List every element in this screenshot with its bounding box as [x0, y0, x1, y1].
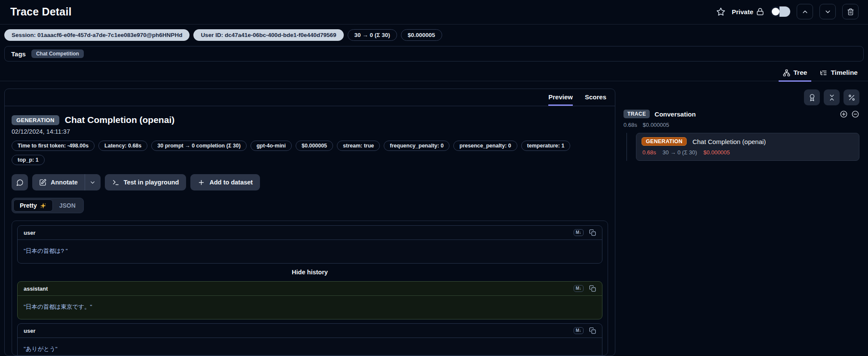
next-trace-button[interactable] — [819, 4, 836, 19]
terminal-icon — [112, 179, 119, 186]
sparkles-icon — [40, 203, 46, 209]
message-content: "日本の首都は東京です。" — [18, 296, 602, 319]
message-card-user-1: user M↓ "日本の首都は? " — [17, 225, 602, 264]
tag-chip[interactable]: Chat Competition — [31, 49, 84, 58]
token-usage-badge: 30 → 0 (Σ 30) — [348, 29, 397, 41]
annotate-button[interactable]: Annotate — [32, 174, 101, 190]
copy-icon[interactable] — [589, 327, 596, 334]
expand-all-icon[interactable] — [840, 110, 848, 118]
topbar-actions: Private — [716, 4, 859, 19]
message-header: assistant M↓ — [18, 282, 602, 296]
award-icon — [808, 94, 816, 101]
metric-badge-frequency-penalty: frequency_penalty: 0 — [384, 141, 449, 151]
message-header: user M↓ — [18, 324, 602, 338]
message-card-user-2: user M↓ "ありがとう" — [17, 323, 602, 356]
message-card-assistant: assistant M↓ "日本の首都は東京です。" — [17, 281, 602, 319]
message-tools: M↓ — [574, 285, 596, 292]
tab-timeline[interactable]: Timeline — [816, 67, 862, 82]
pen-icon — [39, 179, 46, 186]
message-content: "日本の首都は? " — [18, 240, 602, 263]
add-to-dataset-button[interactable]: Add to dataset — [190, 174, 260, 190]
metric-badge-latency: Latency: 0.68s — [98, 141, 147, 151]
node-title: Chat Completion (openai) — [692, 138, 766, 145]
metrics-toggle-button[interactable] — [844, 89, 859, 105]
metric-badge-model[interactable]: gpt-4o-mini — [251, 141, 292, 151]
hide-history-button[interactable]: Hide history — [17, 264, 602, 281]
message-content: "ありがとう" — [18, 338, 602, 356]
panel-body: GENERATION Chat Completion (openai) 02/1… — [5, 106, 615, 356]
message-role: user — [24, 230, 35, 236]
observation-type-badge: GENERATION — [12, 115, 59, 125]
bookmark-star-icon[interactable] — [716, 7, 725, 16]
chevron-up-icon — [801, 8, 809, 15]
trace-expand-controls — [840, 110, 859, 118]
delete-trace-button[interactable] — [842, 4, 859, 19]
lock-icon — [756, 8, 764, 15]
page-title: Trace Detail — [10, 6, 72, 18]
public-toggle[interactable] — [770, 6, 790, 17]
annotate-label: Annotate — [51, 179, 78, 186]
trace-tree-panel: TRACE Conversation 0.68s $0.000005 GENER… — [619, 89, 864, 356]
toggle-thumb — [772, 8, 779, 15]
percent-icon — [848, 94, 856, 101]
comments-button[interactable] — [12, 174, 28, 190]
comment-bubble-icon — [16, 179, 24, 186]
message-role: assistant — [24, 285, 48, 292]
tree-node-generation[interactable]: GENERATION Chat Completion (openai) 0.68… — [636, 133, 859, 161]
user-id-badge[interactable]: User ID: dc47a41e-06bc-400d-bde1-f0e440d… — [193, 29, 343, 41]
chevron-down-icon — [89, 179, 96, 186]
panel-tabs: Preview Scores — [5, 89, 615, 106]
observation-header: GENERATION Chat Completion (openai) — [12, 115, 608, 125]
playground-button[interactable]: Test in playground — [105, 174, 186, 190]
chevron-down-icon — [824, 8, 831, 15]
trace-cost: $0.000005 — [643, 122, 669, 128]
markdown-toggle-icon[interactable]: M↓ — [574, 327, 584, 334]
tab-preview[interactable]: Preview — [548, 89, 573, 106]
session-badge[interactable]: Session: 01aaacf6-e0fe-457d-a7de-7c1ee08… — [4, 29, 189, 41]
markdown-toggle-icon[interactable]: M↓ — [574, 229, 584, 236]
tab-timeline-label: Timeline — [831, 69, 858, 77]
trace-type-badge: TRACE — [623, 110, 650, 118]
tab-json[interactable]: JSON — [53, 199, 82, 212]
collapse-all-button[interactable] — [824, 89, 840, 105]
metric-badge-ttft: Time to first token: -498.00s — [12, 141, 95, 151]
observation-panel: Preview Scores GENERATION Chat Completio… — [4, 89, 615, 356]
metric-badge-cost: $0.000005 — [296, 141, 333, 151]
format-toggle: Pretty JSON — [12, 198, 84, 213]
tab-pretty[interactable]: Pretty — [13, 199, 53, 212]
observation-timestamp: 02/12/2024, 14:11:37 — [12, 128, 608, 135]
message-header: user M↓ — [18, 226, 602, 240]
actions-row: Annotate Test in playground Add to datas… — [12, 174, 608, 190]
trash-icon — [847, 8, 854, 15]
trace-latency: 0.68s — [623, 122, 637, 128]
node-tokens: 30 → 0 (Σ 30) — [663, 149, 697, 156]
observation-title: Chat Completion (openai) — [65, 115, 175, 125]
tab-scores[interactable]: Scores — [585, 89, 606, 106]
collapse-all-icon[interactable] — [851, 110, 859, 118]
copy-icon[interactable] — [589, 229, 596, 236]
prev-trace-button[interactable] — [797, 4, 813, 19]
topbar: Trace Detail Private — [0, 0, 868, 25]
plus-icon — [198, 179, 205, 186]
markdown-toggle-icon[interactable]: M↓ — [574, 285, 584, 292]
annotate-main[interactable]: Annotate — [32, 174, 85, 190]
trace-metrics: 0.68s $0.000005 — [621, 118, 859, 133]
io-preview: user M↓ "日本の首都は? " Hide history assistan… — [12, 221, 608, 356]
total-cost-badge: $0.000005 — [401, 29, 442, 41]
tab-tree[interactable]: Tree — [779, 67, 812, 82]
metric-badge-presence-penalty: presence_penalty: 0 — [453, 141, 517, 151]
message-tools: M↓ — [574, 229, 596, 236]
annotate-dropdown-button[interactable] — [85, 174, 101, 190]
node-header: GENERATION Chat Completion (openai) — [642, 137, 854, 146]
copy-icon[interactable] — [589, 285, 596, 292]
trace-root-row[interactable]: TRACE Conversation — [621, 110, 859, 118]
metric-badge-tokens: 30 prompt → 0 completion (Σ 30) — [151, 141, 247, 151]
scores-toggle-button[interactable] — [804, 89, 820, 105]
observation-metric-badges: Time to first token: -498.00s Latency: 0… — [12, 141, 583, 165]
node-metrics: 0.68s 30 → 0 (Σ 30) $0.000005 — [642, 149, 854, 156]
playground-label: Test in playground — [124, 179, 179, 186]
privacy-control: Private — [732, 8, 764, 15]
privacy-label: Private — [732, 8, 753, 15]
tags-label: Tags — [11, 50, 26, 58]
tree-controls — [621, 89, 859, 105]
